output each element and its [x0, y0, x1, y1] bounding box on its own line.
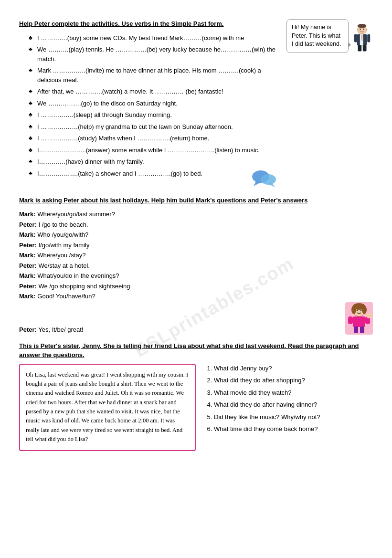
- section3-instruction: This is Peter's sister, Jenny. She is te…: [19, 341, 373, 360]
- section2: Mark is asking Peter about his last holi…: [19, 196, 373, 335]
- svg-rect-3: [360, 34, 363, 45]
- section3: This is Peter's sister, Jenny. She is te…: [19, 341, 373, 451]
- question-item: What movie did they watch?: [214, 388, 373, 398]
- svg-point-27: [360, 309, 362, 311]
- jenny-paragraph: Oh Lisa, last weekend was great! I went …: [19, 364, 196, 451]
- svg-point-23: [366, 313, 372, 318]
- list-item: I …………….(sleep) all through Sunday morni…: [29, 110, 277, 120]
- svg-rect-21: [348, 316, 353, 324]
- svg-point-1: [358, 24, 367, 28]
- section2-instruction: Mark is asking Peter about his last holi…: [19, 196, 373, 205]
- activity-list: I ………….(buy) some new CDs. My best frien…: [19, 33, 277, 189]
- svg-rect-7: [358, 45, 362, 52]
- list-item: I……………….(take) a shower and I …………….(go)…: [29, 169, 277, 189]
- list-item: I………….(have) dinner with my family.: [29, 157, 277, 167]
- list-item: We …………….(go) to the disco on Saturday n…: [29, 99, 277, 108]
- list-item: I ………………(help) my grandma to cut the law…: [29, 122, 277, 132]
- svg-point-10: [363, 29, 364, 30]
- dialogue-line: Peter: We /go shopping and sightseeing.: [19, 282, 373, 291]
- dialogue-line: Mark: Where/you/go/last summer?: [19, 210, 373, 219]
- peter-avatar: [351, 24, 373, 53]
- svg-point-13: [261, 174, 276, 185]
- speech-bubble-area: Hi! My name is Peter. This is what I did…: [286, 19, 373, 53]
- list-item: We ……….(play) tennis. He ……………(be) very …: [29, 45, 277, 63]
- dialogue-line: Mark: Where/you /stay?: [19, 251, 373, 260]
- svg-rect-6: [367, 34, 370, 42]
- section1-instruction: Help Peter complete the activities. Use …: [19, 19, 277, 29]
- questions-box: What did Jenny buy? What did they do aft…: [205, 364, 373, 451]
- bottom-row: Oh Lisa, last weekend was great! I went …: [19, 364, 373, 451]
- question-item: What did they do after shopping?: [214, 376, 373, 385]
- dialogue-line: Peter: I /go to the beach.: [19, 220, 373, 230]
- question-item: What did they do after having dinner?: [214, 400, 373, 410]
- dialogue-line: Mark: What/you/do in the evenings?: [19, 271, 373, 281]
- list-item: I ………….(buy) some new CDs. My best frien…: [29, 33, 277, 43]
- svg-rect-24: [354, 326, 358, 333]
- list-item: Mark …………….(invite) me to have dinner at…: [29, 66, 277, 84]
- dialogue-line: Mark: Who /you/go/with?: [19, 230, 373, 240]
- svg-point-9: [360, 29, 361, 30]
- svg-marker-14: [267, 183, 275, 187]
- dialogue-line: Mark: Good! You/have/fun?: [19, 292, 373, 301]
- dialogue-line: Peter: We/stay at a hotel.: [19, 261, 373, 271]
- list-item: I ………………(study) Maths when I …………….(retu…: [29, 134, 277, 143]
- svg-rect-5: [354, 34, 357, 42]
- svg-point-26: [357, 309, 358, 311]
- svg-rect-8: [363, 45, 367, 52]
- list-item: After that, we ………….(watch) a movie. It……: [29, 87, 277, 96]
- speech-bubble-text: Hi! My name is Peter. This is what I did…: [292, 24, 341, 47]
- question-item: What time did they come back home?: [214, 424, 373, 434]
- svg-rect-25: [360, 326, 364, 333]
- dialogue-line: Peter: I/go/with my family: [19, 241, 373, 250]
- jenny-avatar: [345, 302, 373, 335]
- svg-point-19: [362, 305, 367, 314]
- chat-bubbles-icon: [251, 169, 277, 189]
- question-item: Did they like the music? Why/why not?: [214, 412, 373, 422]
- svg-rect-20: [353, 316, 365, 327]
- questions-list: What did Jenny buy? What did they do aft…: [205, 364, 373, 434]
- dialogue-container: Mark: Where/you/go/last summer? Peter: I…: [19, 210, 373, 335]
- speech-bubble: Hi! My name is Peter. This is what I did…: [286, 19, 349, 53]
- dialogue-line: Peter: Yes, It/be/ great!: [19, 302, 373, 335]
- question-item: What did Jenny buy?: [214, 364, 373, 373]
- svg-point-18: [351, 305, 356, 314]
- page: Hi! My name is Peter. This is what I did…: [19, 19, 373, 451]
- list-item: I…………………..(answer) some emails while I ……: [29, 146, 277, 155]
